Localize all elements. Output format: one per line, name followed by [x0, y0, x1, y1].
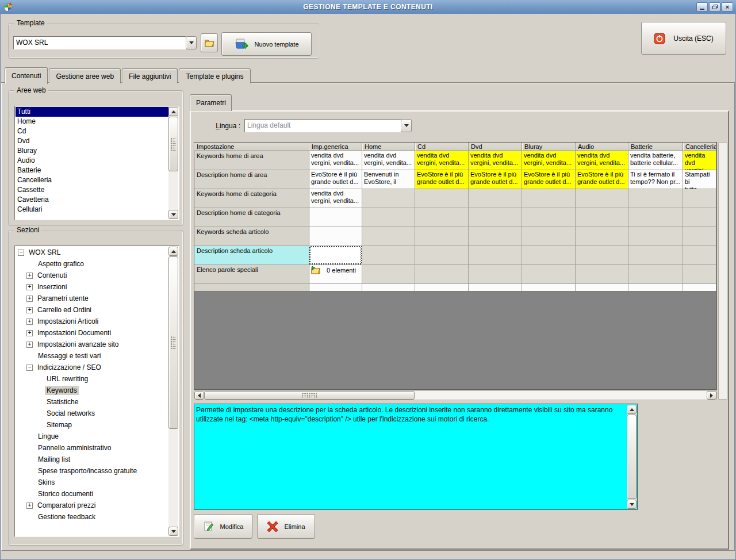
lingua-combobox-arrow[interactable]	[401, 119, 412, 132]
grid-row-label[interactable]: Description scheda articolo	[194, 246, 309, 265]
grid-cell[interactable]	[683, 227, 716, 246]
tree-item-lingue[interactable]: Lingue	[16, 431, 168, 442]
grid-cell[interactable]	[683, 189, 716, 208]
grid-cell[interactable]	[362, 246, 415, 265]
expand-icon[interactable]: +	[26, 342, 33, 348]
grid-cell[interactable]	[469, 246, 522, 265]
tree-item-mailing-list[interactable]: Mailing list	[16, 454, 168, 465]
grid-cell[interactable]: EvoStore è il più grande outlet d...	[415, 170, 469, 189]
grid-cell[interactable]	[522, 189, 576, 208]
grid-cell[interactable]	[415, 208, 469, 227]
tree-item-impostazioni-articoli[interactable]: +Impostazioni Articoli	[16, 316, 168, 327]
grid-header-bluray[interactable]: Bluray	[522, 143, 576, 151]
grid-header-cancelleria[interactable]: Cancelleria	[683, 143, 716, 151]
grid-cell[interactable]	[309, 208, 362, 227]
grid-row-label[interactable]: Keywords home di area	[194, 151, 309, 170]
grid-row-label[interactable]: Keywords home di categoria	[194, 189, 309, 208]
tree-item-storico-documenti[interactable]: Storico documenti	[16, 488, 168, 500]
grid-cell[interactable]: vendita dvd vergini, vendita...	[309, 151, 362, 170]
grid-cell[interactable]: vendita dvd vergini, vendita...	[309, 189, 362, 208]
grid-row-label[interactable]: Description home di categoria	[194, 208, 309, 227]
grid-cell[interactable]	[522, 227, 576, 246]
grid-row-label[interactable]: Description home di area	[194, 170, 309, 189]
list-item-batterie[interactable]: Batterie	[16, 166, 168, 175]
tree-item-wox-srl[interactable]: −WOX SRL	[16, 247, 168, 258]
list-item-home[interactable]: Home	[16, 117, 168, 126]
description-info-box[interactable]: Permette di impostare una descrizione pe…	[194, 404, 638, 510]
template-combobox-arrow[interactable]	[186, 36, 197, 49]
collapse-icon[interactable]: −	[18, 250, 24, 256]
grid-horizontal-scrollbar[interactable]	[194, 390, 717, 400]
grid-cell[interactable]	[628, 227, 683, 246]
template-combobox[interactable]: WOX SRL	[13, 36, 197, 49]
tree-item-statistiche[interactable]: Statistiche	[16, 396, 168, 408]
expand-icon[interactable]: +	[26, 503, 33, 509]
exit-button[interactable]: Uscita (ESC)	[641, 22, 726, 55]
grid-cell[interactable]	[683, 265, 716, 284]
grid-cell[interactable]	[469, 189, 522, 208]
tree-item-inserzioni[interactable]: +Inserzioni	[16, 281, 168, 293]
grid-cell[interactable]	[576, 189, 628, 208]
grid-header-impostazione[interactable]: Impostazione	[194, 143, 309, 151]
grid-cell[interactable]: EvoStore è il più grande outlet d...	[576, 170, 628, 189]
tree-item-social-networks[interactable]: Social networks	[16, 408, 168, 419]
info-box-scrollbar[interactable]	[627, 405, 637, 509]
grid-cell[interactable]	[415, 189, 469, 208]
maximize-button[interactable]	[709, 2, 720, 11]
collapse-icon[interactable]: −	[26, 365, 33, 371]
grid-cell[interactable]	[683, 208, 716, 227]
grid-cell[interactable]: vendita dvd vergini, vendita...	[415, 151, 469, 170]
tab-parametri[interactable]: Parametri	[190, 94, 232, 111]
grid-cell[interactable]	[362, 227, 415, 246]
grid-cell[interactable]: vendita dvd vergini, vendita...	[362, 151, 415, 170]
grid-header-imp-generica[interactable]: Imp.generica	[309, 143, 362, 151]
tab-template-e-plugins[interactable]: Template e plugins	[179, 68, 250, 83]
expand-icon[interactable]: +	[26, 296, 33, 302]
sezioni-scrollbar[interactable]	[168, 247, 178, 536]
list-item-dvd[interactable]: Dvd	[16, 136, 168, 146]
list-item-bluray[interactable]: Bluray	[16, 146, 168, 156]
tree-item-comparatori-prezzi[interactable]: +Comparatori prezzi	[16, 500, 168, 511]
expand-icon[interactable]: +	[26, 307, 33, 313]
expand-icon[interactable]: +	[26, 319, 33, 325]
grid-cell[interactable]: vendita dvd vergini, vendita...	[683, 151, 716, 170]
grid-cell[interactable]	[576, 227, 628, 246]
grid-cell[interactable]	[469, 227, 522, 246]
grid-cell[interactable]	[522, 265, 576, 284]
grid-cell[interactable]	[522, 246, 576, 265]
open-template-button[interactable]	[201, 33, 218, 52]
list-item-cavetteria[interactable]: Cavetteria	[16, 195, 168, 205]
tree-item-url-rewriting[interactable]: URL rewriting	[16, 373, 168, 385]
grid-cell[interactable]	[576, 265, 628, 284]
tree-item-carrello-ed-ordini[interactable]: +Carrello ed Ordini	[16, 304, 168, 316]
tree-item-impostazioni-avanzate-sito[interactable]: +Impostazioni avanzate sito	[16, 339, 168, 350]
list-item-cassette[interactable]: Cassette	[16, 185, 168, 195]
grid-cell[interactable]: Benvenuti in EvoStore, il	[362, 170, 415, 189]
grid-cell[interactable]: 0 elementi	[309, 265, 362, 284]
expand-icon[interactable]: +	[26, 273, 33, 279]
grid-cell[interactable]	[415, 265, 469, 284]
grid-header-audio[interactable]: Audio	[576, 143, 628, 151]
grid-cell[interactable]	[362, 208, 415, 227]
list-item-tutti[interactable]: Tutti	[16, 107, 168, 117]
grid-cell[interactable]	[362, 265, 415, 284]
grid-row-label[interactable]: Elenco parole speciali	[194, 265, 309, 284]
grid-cell[interactable]	[576, 208, 628, 227]
grid-cell[interactable]: Ti si è fermato il tempo?? Non pr...	[628, 170, 683, 189]
modifica-button[interactable]: Modifica	[194, 514, 252, 539]
list-item-cancelleria[interactable]: Cancelleria	[16, 175, 168, 185]
tree-item-messaggi-e-testi-vari[interactable]: Messaggi e testi vari	[16, 350, 168, 362]
grid-cell[interactable]	[628, 208, 683, 227]
tree-item-contenuti[interactable]: +Contenuti	[16, 270, 168, 281]
tree-item-pannello-amministrativo[interactable]: Pannello amministrativo	[16, 442, 168, 454]
tree-item-keywords[interactable]: Keywords	[16, 385, 168, 396]
grid-cell[interactable]	[362, 189, 415, 208]
grid-cell[interactable]: vendita batterie, batterie cellular...	[628, 151, 683, 170]
grid-cell[interactable]	[415, 246, 469, 265]
expand-icon[interactable]: +	[26, 284, 33, 290]
grid-cell[interactable]: EvoStore è il più grande outlet d...	[522, 170, 576, 189]
grid-cell[interactable]	[469, 208, 522, 227]
tree-item-parametri-utente[interactable]: +Parametri utente	[16, 293, 168, 304]
grid-cell[interactable]	[469, 265, 522, 284]
tree-item-indicizzazione-seo[interactable]: −Indicizzazione / SEO	[16, 362, 168, 373]
